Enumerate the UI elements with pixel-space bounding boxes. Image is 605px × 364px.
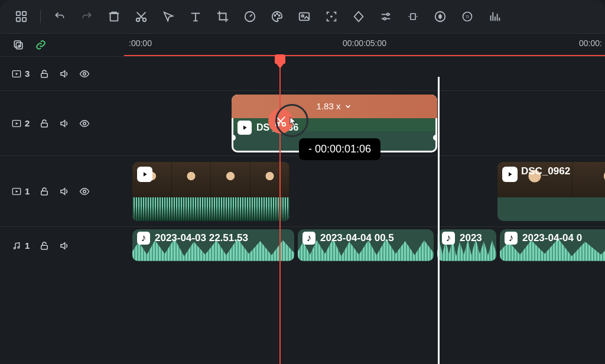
- svg-point-14: [387, 14, 389, 16]
- speed-icon[interactable]: [242, 8, 258, 25]
- secondary-marker[interactable]: [438, 77, 440, 364]
- track-controls-v1: 1: [0, 186, 124, 197]
- svg-point-8: [274, 15, 275, 16]
- lane-v1[interactable]: DSC_0962: [124, 156, 605, 227]
- audio-clip-label: 2023-04-04 0: [522, 232, 582, 244]
- trim-tooltip: - 00:00:01:06: [299, 138, 380, 160]
- svg-point-29: [282, 122, 286, 126]
- clip-v1-b[interactable]: DSC_0962: [497, 162, 605, 221]
- focus-icon[interactable]: [323, 8, 340, 25]
- svg-rect-31: [41, 191, 48, 195]
- visibility-icon[interactable]: [79, 118, 90, 129]
- audio-clip[interactable]: ♪2023-04-04 0: [500, 229, 605, 261]
- track-v2: 2 1.83 x: [0, 90, 605, 155]
- timeline-ruler[interactable]: :00:00 00:00:05:00 00:00:: [0, 34, 605, 56]
- text-icon[interactable]: [187, 8, 204, 25]
- track-label: 1: [25, 186, 30, 196]
- track-v1: 1 DSC_0962: [0, 155, 605, 226]
- lane-v2[interactable]: 1.83 x DS _1036: [124, 91, 605, 156]
- svg-rect-11: [300, 13, 310, 21]
- svg-rect-4: [110, 14, 118, 21]
- link-icon[interactable]: [35, 40, 46, 50]
- svg-point-15: [383, 18, 386, 20]
- lock-icon[interactable]: [39, 118, 50, 129]
- fit-width-icon[interactable]: [405, 8, 421, 25]
- svg-rect-23: [41, 73, 48, 77]
- clip-waveform: [132, 197, 290, 221]
- clip-v1-a[interactable]: [132, 162, 290, 221]
- chevron-down-icon: [344, 102, 352, 110]
- track-type-video-icon: 1: [12, 186, 30, 196]
- lane-v3[interactable]: [124, 57, 605, 91]
- ruler-tick-0: :00:00: [129, 38, 152, 48]
- svg-rect-26: [41, 123, 48, 127]
- clip-thumbnails: [132, 162, 290, 197]
- lock-icon[interactable]: [39, 186, 50, 197]
- svg-point-6: [143, 18, 147, 22]
- track-controls-v2: 2: [0, 118, 124, 129]
- track-type-video-icon: 3: [12, 69, 30, 79]
- svg-point-27: [83, 122, 86, 125]
- track-label: 3: [25, 69, 30, 79]
- track-label: 1: [25, 240, 30, 251]
- svg-point-28: [276, 122, 279, 126]
- equalizer-icon[interactable]: [486, 8, 503, 25]
- clip-speed-bar[interactable]: 1.83 x: [232, 95, 437, 118]
- volume-icon[interactable]: [59, 240, 70, 251]
- ruler-tick-right: 00:00:: [579, 38, 602, 48]
- track-a1: 1 ♪2023-04-03 22.51.53 ♪2023-04-04 00.5 …: [0, 226, 605, 264]
- clip-title: DSC_0962: [521, 165, 570, 177]
- lane-a1[interactable]: ♪2023-04-03 22.51.53 ♪2023-04-04 00.5 ♪2…: [124, 227, 605, 265]
- audio-clip-label: 2023-04-04 00.5: [320, 232, 394, 244]
- music-icon: ♪: [442, 232, 455, 245]
- crop-icon[interactable]: [214, 8, 231, 25]
- palette-icon[interactable]: [269, 8, 285, 25]
- track-label: 2: [25, 118, 30, 128]
- audio-wave-icon[interactable]: [432, 8, 448, 25]
- add-media-icon[interactable]: [13, 40, 24, 50]
- clip-speed-label: 1.83 x: [317, 101, 341, 111]
- audio-clip[interactable]: ♪2023-04-04 00.5: [298, 229, 434, 261]
- audio-clip[interactable]: ♪2023: [437, 229, 496, 261]
- visibility-icon[interactable]: [79, 186, 90, 197]
- cut-icon[interactable]: [133, 8, 149, 25]
- image-adjust-icon[interactable]: [296, 8, 313, 25]
- audio-clip[interactable]: ♪2023-04-03 22.51.53: [132, 229, 294, 261]
- svg-rect-1: [22, 12, 26, 15]
- svg-rect-16: [411, 14, 415, 20]
- volume-icon[interactable]: [59, 69, 70, 79]
- svg-text:TI: TI: [466, 15, 469, 19]
- svg-point-32: [83, 190, 86, 193]
- grid-icon[interactable]: [13, 8, 30, 25]
- divider: [40, 10, 41, 23]
- svg-point-34: [18, 246, 19, 248]
- ruler-tick-5: 00:00:05:00: [343, 38, 386, 48]
- track-controls-v3: 3: [0, 69, 124, 79]
- trash-icon[interactable]: [106, 8, 122, 25]
- play-icon: [502, 167, 518, 182]
- redo-icon[interactable]: [79, 8, 95, 25]
- svg-rect-0: [17, 12, 20, 15]
- volume-icon[interactable]: [59, 186, 70, 197]
- undo-icon[interactable]: [51, 8, 68, 25]
- svg-rect-35: [41, 245, 48, 249]
- captions-icon[interactable]: TI: [459, 8, 476, 25]
- svg-point-24: [83, 72, 86, 75]
- clip-handle-right[interactable]: [433, 135, 437, 141]
- sliders-icon[interactable]: [378, 8, 394, 25]
- track-controls-a1: 1: [0, 240, 124, 251]
- clip-handle-left[interactable]: [232, 135, 236, 141]
- volume-icon[interactable]: [59, 118, 70, 129]
- track-v3: 3: [0, 56, 605, 90]
- svg-point-13: [331, 16, 332, 17]
- play-icon: [238, 121, 252, 135]
- lock-icon[interactable]: [39, 69, 50, 79]
- visibility-icon[interactable]: [79, 69, 90, 79]
- play-icon: [137, 167, 152, 182]
- lock-icon[interactable]: [39, 240, 50, 251]
- keyframe-icon[interactable]: [350, 8, 367, 25]
- track-type-audio-icon: 1: [12, 240, 30, 251]
- ruler-area[interactable]: :00:00 00:00:05:00 00:00:: [124, 34, 605, 56]
- track-header-controls: [0, 40, 124, 50]
- pointer-icon[interactable]: [160, 8, 177, 25]
